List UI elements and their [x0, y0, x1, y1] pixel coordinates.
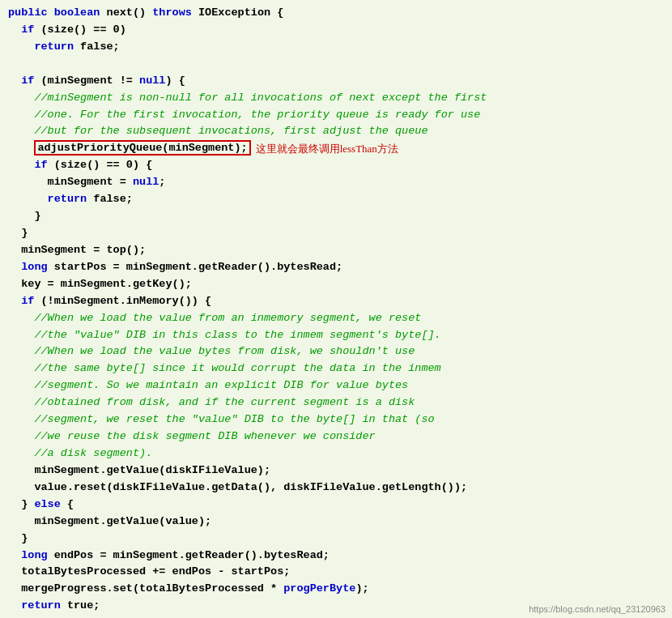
code-line-29: value.reset(diskIFileValue.getData(), di… — [8, 479, 664, 497]
comment-text: //the same byte[] since it would corrupt… — [8, 362, 441, 374]
keyword-return2: return — [48, 193, 87, 205]
code-line-highlight: adjustPriorityQueue(minSegment); 这里就会最终调… — [8, 140, 664, 157]
comment-text: //obtained from disk, and if the current… — [8, 396, 415, 408]
keyword-throws: throws — [152, 6, 192, 19]
code-line-15: minSegment = top(); — [8, 242, 664, 259]
code-text: } — [8, 210, 41, 222]
code-line-5: if (minSegment != null) { — [8, 73, 664, 90]
code-text: (size() == 0) — [34, 23, 125, 36]
code-text: endPos = minSegment.getReader().bytesRea… — [48, 549, 330, 561]
code-text: minSegment.getValue(value); — [34, 515, 211, 527]
code-text: { — [61, 498, 74, 510]
comment-text: //When we load the value bytes from disk… — [8, 345, 415, 357]
code-line-comment7: //the same byte[] since it would corrupt… — [8, 360, 664, 377]
code-text: (!minSegment.inMemory()) { — [34, 295, 211, 307]
code-line-32: } — [8, 531, 664, 548]
code-line-comment9: //obtained from disk, and if the current… — [8, 394, 664, 411]
keyword-if4: if — [21, 295, 34, 307]
code-line-11: minSegment = null; — [8, 174, 664, 191]
keyword-if2: if — [21, 75, 34, 87]
code-line-comment8: //segment. So we maintain an explicit DI… — [8, 377, 664, 394]
code-line-30: } else { — [8, 497, 664, 514]
comment-text: //but for the subsequent invocations, fi… — [8, 125, 427, 137]
code-line-12: return false; — [8, 191, 664, 208]
code-line-2: if (size() == 0) — [8, 22, 664, 39]
code-text: minSegment = top(); — [21, 244, 146, 256]
keyword-return3: return — [21, 599, 61, 612]
code-line-comment12: //a disk segment). — [8, 445, 664, 462]
comment-text: //the "value" DIB in this class to the i… — [8, 329, 441, 341]
method-name: next() — [107, 6, 153, 19]
code-line-17: key = minSegment.getKey(); — [8, 276, 664, 293]
code-line-28: minSegment.getValue(diskIFileValue); — [8, 462, 664, 479]
code-container: public boolean next() throws IOException… — [0, 0, 672, 618]
code-line-34: totalBytesProcessed += endPos - startPos… — [8, 564, 664, 581]
comment-text: //segment. So we maintain an explicit DI… — [8, 379, 408, 391]
highlight-box: adjustPriorityQueue(minSegment); — [34, 140, 250, 156]
code-text: mergeProgress.set(totalBytesProcessed * — [21, 582, 283, 595]
code-text: minSegment = — [48, 176, 133, 188]
keyword-long2: long — [21, 549, 47, 561]
code-line-comment2: //one. For the first invocation, the pri… — [8, 107, 664, 124]
code-text: ) { — [165, 75, 185, 87]
code-line-comment6: //When we load the value bytes from disk… — [8, 343, 664, 360]
code-text: startPos = minSegment.getReader().bytesR… — [48, 261, 343, 273]
code-text: (size() == 0) { — [48, 159, 153, 171]
code-text: (minSegment != — [34, 75, 139, 87]
code-line-31: minSegment.getValue(value); — [8, 514, 664, 531]
code-line-13: } — [8, 208, 664, 225]
comment-text: //minSegment is non-null for all invocat… — [8, 92, 487, 104]
annotation-text: 这里就会最终调用lessThan方法 — [256, 141, 398, 157]
code-line-33: long endPos = minSegment.getReader().byt… — [8, 548, 664, 565]
keyword-long: long — [21, 261, 47, 273]
code-line-16: long startPos = minSegment.getReader().b… — [8, 259, 664, 276]
keyword-public: public — [8, 6, 48, 19]
keyword-progPerByte: progPerByte — [283, 582, 355, 595]
code-text: } — [21, 498, 34, 510]
keyword-if3: if — [34, 159, 47, 171]
keyword-null2: null — [133, 176, 159, 188]
code-line-comment4: //When we load the value from an inmemor… — [8, 310, 664, 327]
code-line-blank1 — [8, 56, 664, 73]
code-line-highlighted-text: adjustPriorityQueue(minSegment); — [8, 140, 251, 157]
highlighted-code: adjustPriorityQueue(minSegment); — [37, 142, 247, 154]
code-text: } — [8, 227, 28, 239]
code-text: totalBytesProcessed += endPos - startPos… — [21, 565, 290, 578]
watermark: https://blog.csdn.net/qq_23120963 — [529, 603, 666, 616]
code-text: minSegment.getValue(diskIFileValue); — [34, 464, 270, 476]
code-text: value.reset(diskIFileValue.getData(), di… — [34, 481, 467, 493]
code-line-comment1: //minSegment is non-null for all invocat… — [8, 90, 664, 107]
code-text: key = minSegment.getKey(); — [21, 278, 192, 290]
code-text: true; — [61, 599, 100, 612]
code-line-comment11: //we reuse the disk segment DIB whenever… — [8, 428, 664, 445]
comment-text: //we reuse the disk segment DIB whenever… — [8, 430, 376, 442]
code-text: ; — [159, 176, 165, 188]
code-text: } — [8, 532, 28, 544]
code-text: ); — [355, 582, 368, 595]
comment-text: //one. For the first invocation, the pri… — [8, 109, 480, 121]
code-text: false; — [74, 40, 120, 53]
keyword-if: if — [21, 23, 34, 36]
code-line-14: } — [8, 225, 664, 242]
code-line-comment3: //but for the subsequent invocations, fi… — [8, 123, 664, 140]
code-line-1: public boolean next() throws IOException… — [8, 5, 664, 22]
code-text: false; — [87, 193, 133, 205]
code-line-3: return false; — [8, 39, 664, 56]
keyword-return: return — [34, 40, 74, 53]
keyword-boolean: boolean — [54, 6, 100, 19]
keyword-else: else — [34, 498, 60, 510]
comment-text: //a disk segment). — [8, 447, 152, 459]
comment-text: //segment, we reset the "value" DIB to t… — [8, 413, 435, 425]
exception-name: IOException { — [192, 6, 283, 19]
code-line-18: if (!minSegment.inMemory()) { — [8, 293, 664, 310]
keyword-null: null — [139, 75, 165, 87]
code-line-comment10: //segment, we reset the "value" DIB to t… — [8, 411, 664, 428]
comment-text: //When we load the value from an inmemor… — [8, 312, 421, 324]
code-line-10: if (size() == 0) { — [8, 157, 664, 174]
code-line-35: mergeProgress.set(totalBytesProcessed * … — [8, 581, 664, 598]
code-line-comment5: //the "value" DIB in this class to the i… — [8, 327, 664, 344]
